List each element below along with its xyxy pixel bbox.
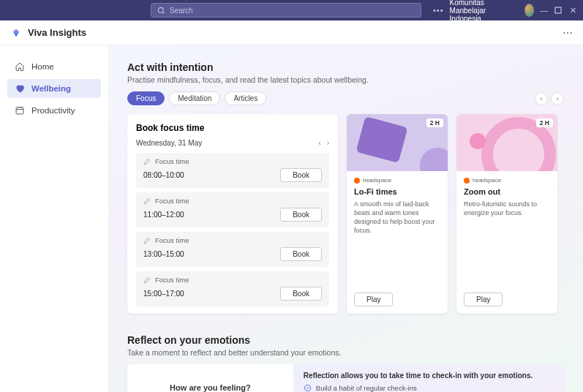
pencil-icon <box>143 237 151 244</box>
carousel-next-button[interactable]: › <box>551 92 564 105</box>
svg-point-0 <box>158 7 163 12</box>
svg-line-1 <box>163 12 165 13</box>
play-button[interactable]: Play <box>354 293 393 306</box>
section-subtitle: Practise mindfulness, focus, and read th… <box>127 75 564 84</box>
slot-time: 13:00–15:00 <box>143 250 184 258</box>
app-title: Viva Insights <box>28 27 86 38</box>
pencil-icon <box>143 158 151 165</box>
time-slot: Focus time 11:00–12:00Book <box>136 192 329 227</box>
minimize-button[interactable]: — <box>540 4 549 17</box>
slot-time: 08:00–10:00 <box>143 171 184 179</box>
pencil-icon <box>143 197 151 205</box>
maximize-button[interactable] <box>554 4 563 17</box>
provider-name: headspace <box>363 177 391 184</box>
section-subtitle: Take a moment to reflect and better unde… <box>127 348 564 357</box>
reflect-right-title: Reflection allows you to take time to ch… <box>304 372 554 380</box>
pill-articles[interactable]: Articles <box>225 91 266 105</box>
avatar[interactable] <box>524 4 533 17</box>
close-button[interactable]: ✕ <box>568 4 577 17</box>
book-button[interactable]: Book <box>280 208 322 222</box>
search-input[interactable]: Search <box>151 3 421 18</box>
provider-name: headspace <box>473 177 501 184</box>
date-label: Wednesday, 31 May <box>136 139 202 147</box>
play-button[interactable]: Play <box>464 293 503 306</box>
main-content: Act with intention Practise mindfulness,… <box>108 45 583 392</box>
search-placeholder: Search <box>170 7 193 15</box>
time-slot: Focus time 13:00–15:00Book <box>136 232 329 267</box>
reflect-card: How are you feeling? Reflection allows y… <box>127 364 564 392</box>
sidebar: Home Wellbeing Productivity <box>0 45 108 392</box>
pill-focus[interactable]: Focus <box>127 91 165 105</box>
duration-badge: 2 H <box>426 118 443 127</box>
search-icon <box>157 7 165 15</box>
svg-rect-3 <box>16 108 23 114</box>
date-next-button[interactable]: › <box>327 139 329 147</box>
app-more-menu[interactable]: ⋯ <box>563 27 573 39</box>
org-name: Komunitas Manbelajar Indonesia <box>450 0 519 23</box>
media-card-lofi: 2 H headspace Lo-Fi times A smooth mix o… <box>347 114 448 314</box>
pill-meditation[interactable]: Meditation <box>169 91 220 105</box>
check-circle-icon <box>304 384 312 392</box>
calendar-icon <box>15 105 25 116</box>
section-title: Act with intention <box>127 61 564 73</box>
media-hero: 2 H <box>456 114 557 171</box>
titlebar: Search ••• Komunitas Manbelajar Indonesi… <box>0 0 583 20</box>
media-card-zoom: 2 H headspace Zoom out Retro-futuristic … <box>456 114 557 314</box>
heart-icon <box>15 83 25 94</box>
time-slot: Focus time 15:00–17:00Book <box>136 271 329 306</box>
svg-point-7 <box>304 385 310 391</box>
pencil-icon <box>143 276 151 284</box>
book-button[interactable]: Book <box>280 287 322 301</box>
sidebar-item-label: Home <box>31 62 54 71</box>
sidebar-item-label: Productivity <box>31 106 75 115</box>
media-title: Zoom out <box>464 187 550 196</box>
provider-dot-icon <box>464 178 470 184</box>
section-title: Reflect on your emotions <box>127 334 564 346</box>
book-button[interactable]: Book <box>280 247 322 261</box>
card-title: Book focus time <box>136 123 329 133</box>
app-logo-icon <box>10 27 22 39</box>
home-icon <box>15 61 25 72</box>
svg-rect-2 <box>555 7 561 13</box>
reflect-bullet: Build a habit of regular check-ins <box>316 384 417 392</box>
sidebar-item-home[interactable]: Home <box>7 57 101 76</box>
filter-pills: Focus Meditation Articles ‹ › <box>127 91 564 105</box>
media-desc: Retro-futuristic sounds to energize your… <box>464 200 550 217</box>
sidebar-item-wellbeing[interactable]: Wellbeing <box>7 79 101 98</box>
date-prev-button[interactable]: ‹ <box>318 139 320 147</box>
sidebar-item-productivity[interactable]: Productivity <box>7 101 101 120</box>
duration-badge: 2 H <box>536 118 553 127</box>
book-focus-card: Book focus time Wednesday, 31 May ‹ › Fo… <box>127 114 338 314</box>
more-menu[interactable]: ••• <box>433 6 444 15</box>
carousel-prev-button[interactable]: ‹ <box>535 92 548 105</box>
media-hero: 2 H <box>347 114 448 171</box>
media-title: Lo-Fi times <box>354 187 440 196</box>
sidebar-item-label: Wellbeing <box>31 84 71 93</box>
app-header: Viva Insights ⋯ <box>0 20 583 45</box>
slot-time: 15:00–17:00 <box>143 290 184 298</box>
media-desc: A smooth mix of laid-back beats and warm… <box>354 200 440 235</box>
reflect-prompt: How are you feeling? <box>127 364 293 392</box>
slot-time: 11:00–12:00 <box>143 211 184 219</box>
time-slot: Focus time 08:00–10:00Book <box>136 153 329 188</box>
book-button[interactable]: Book <box>280 168 322 182</box>
provider-dot-icon <box>354 178 360 184</box>
